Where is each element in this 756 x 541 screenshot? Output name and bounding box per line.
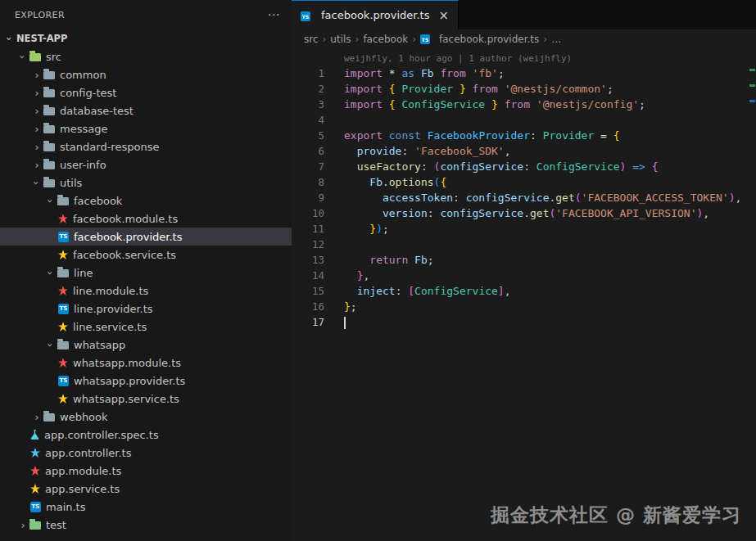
tree-item-whatsapp.service.ts[interactable]: whatsapp.service.ts	[0, 390, 292, 408]
line-number: 12	[292, 237, 324, 252]
breadcrumb: src›utils›facebook›TSfacebook.provider.t…	[292, 29, 756, 49]
code-line-4: 4	[292, 112, 756, 128]
tree-item-standard-response[interactable]: ›standard-response	[0, 138, 292, 156]
chevron-right-icon[interactable]: ›	[30, 124, 43, 134]
text-cursor	[344, 317, 346, 329]
nest-module-icon	[58, 358, 68, 367]
breadcrumb-label: …	[551, 34, 561, 45]
tree-item-label: app.controller.ts	[45, 447, 131, 459]
tree-item-line.service.ts[interactable]: line.service.ts	[0, 318, 292, 336]
breadcrumb-item-…[interactable]: …	[551, 34, 561, 45]
ts-icon: TS	[30, 502, 41, 512]
nest-service-icon	[58, 322, 68, 331]
breadcrumb-separator-icon: ›	[543, 34, 547, 45]
tree-item-app.service.ts[interactable]: app.service.ts	[0, 480, 292, 498]
tree-item-label: common	[60, 69, 106, 81]
code-editor[interactable]: weijhfly, 1 hour ago | 1 author (weijhfl…	[292, 49, 756, 541]
close-icon[interactable]: ×	[438, 8, 449, 23]
line-number: 10	[292, 205, 324, 221]
tree-item-label: facebook	[74, 195, 122, 207]
tree-item-line.provider.ts[interactable]: TSline.provider.ts	[0, 300, 292, 318]
tree-item-label: test	[46, 519, 66, 531]
tab-facebook-provider[interactable]: TS facebook.provider.ts ×	[292, 0, 459, 29]
tree-item-whatsapp[interactable]: ›whatsapp	[0, 336, 292, 354]
tree-item-facebook.module.ts[interactable]: facebook.module.ts	[0, 210, 292, 228]
tree-item-facebook.service.ts[interactable]: facebook.service.ts	[0, 246, 292, 264]
folder-icon	[43, 413, 55, 422]
tree-item-app.controller.spec.ts[interactable]: app.controller.spec.ts	[0, 426, 292, 444]
tree-item-webhook[interactable]: ›webhook	[0, 408, 292, 426]
tree-item-line.module.ts[interactable]: line.module.ts	[0, 282, 292, 300]
chevron-down-icon[interactable]: ›	[30, 178, 43, 188]
tab-bar: TS facebook.provider.ts ×	[292, 0, 756, 29]
chevron-right-icon[interactable]: ›	[30, 70, 43, 80]
chevron-right-icon[interactable]: ›	[30, 412, 43, 422]
tree-item-app.module.ts[interactable]: app.module.ts	[0, 462, 292, 480]
tree-item-src[interactable]: ›src	[0, 47, 292, 65]
tree-item-label: whatsapp.module.ts	[73, 357, 181, 369]
tree-item-label: user-info	[60, 159, 106, 171]
chevron-down-icon[interactable]: ›	[16, 52, 29, 62]
tree-item-test[interactable]: ›test	[0, 516, 292, 534]
code-text: },	[324, 268, 369, 283]
breadcrumb-label: facebook.provider.ts	[439, 34, 539, 45]
breadcrumb-item-facebook.provider.ts[interactable]: TSfacebook.provider.ts	[420, 34, 539, 45]
test-icon	[30, 430, 39, 440]
tree-item-label: facebook.service.ts	[73, 249, 176, 261]
code-text: import { Provider } from '@nestjs/common…	[324, 81, 613, 97]
code-line-9: 9 accessToken: configService.get('FACEBO…	[292, 190, 756, 205]
code-text: export const FacebookProvider: Provider …	[324, 128, 620, 143]
tree-item-whatsapp.provider.ts[interactable]: TSwhatsapp.provider.ts	[0, 372, 292, 390]
tree-item-label: webhook	[60, 411, 108, 423]
tree-item-config-test[interactable]: ›config-test	[0, 83, 292, 101]
breadcrumb-item-facebook[interactable]: facebook	[363, 34, 408, 45]
folder-icon	[43, 89, 55, 97]
line-number: 13	[292, 252, 324, 268]
folder-icon	[43, 179, 55, 187]
chevron-right-icon[interactable]: ›	[30, 160, 43, 170]
breadcrumb-item-src[interactable]: src	[304, 34, 319, 45]
code-line-5: 5export const FacebookProvider: Provider…	[292, 128, 756, 143]
tree-item-message[interactable]: ›message	[0, 119, 292, 138]
code-line-16: 16};	[292, 299, 756, 314]
tree-item-utils[interactable]: ›utils	[0, 174, 292, 192]
tree-item-label: app.module.ts	[45, 465, 121, 477]
folder-icon	[57, 269, 69, 277]
code-text	[324, 237, 344, 252]
tree-item-common[interactable]: ›common	[0, 65, 292, 83]
chevron-right-icon[interactable]: ›	[30, 88, 43, 98]
breadcrumb-item-utils[interactable]: utils	[330, 34, 351, 45]
chevron-right-icon[interactable]: ›	[30, 142, 43, 152]
chevron-down-icon: ›	[3, 34, 16, 44]
chevron-right-icon[interactable]: ›	[30, 106, 43, 116]
explorer-more-icon[interactable]: ⋯	[268, 11, 280, 19]
chevron-down-icon[interactable]: ›	[44, 196, 57, 206]
tree-item-facebook.provider.ts[interactable]: TSfacebook.provider.ts	[0, 228, 292, 246]
tree-item-whatsapp.module.ts[interactable]: whatsapp.module.ts	[0, 354, 292, 372]
tree-item-label: message	[60, 123, 107, 135]
code-text	[324, 314, 346, 330]
tree-item-label: database-test	[60, 105, 134, 117]
explorer-title: EXPLORER	[15, 10, 65, 20]
line-number: 4	[292, 112, 324, 128]
chevron-right-icon[interactable]: ›	[16, 520, 29, 530]
tree-item-label: line	[74, 267, 93, 279]
code-line-14: 14 },	[292, 268, 756, 283]
folder-icon	[43, 143, 55, 151]
editor-group: TS facebook.provider.ts × src›utils›face…	[292, 0, 756, 541]
tree-item-app.controller.ts[interactable]: app.controller.ts	[0, 444, 292, 462]
code-text: import { ConfigService } from '@nestjs/c…	[324, 97, 645, 112]
tree-root-nest-app[interactable]: › NEST-APP	[0, 29, 292, 47]
tree-item-database-test[interactable]: ›database-test	[0, 101, 292, 119]
nest-module-icon	[30, 466, 40, 476]
tree-item-user-info[interactable]: ›user-info	[0, 156, 292, 174]
tree-item-label: main.ts	[46, 501, 85, 513]
tree-item-facebook[interactable]: ›facebook	[0, 192, 292, 210]
code-text: version: configService.get('FACEBOOK_API…	[324, 205, 709, 221]
nest-controller-icon	[30, 448, 40, 458]
chevron-down-icon[interactable]: ›	[44, 268, 57, 278]
tree-item-main.ts[interactable]: TSmain.ts	[0, 498, 292, 516]
ts-icon: TS	[58, 304, 69, 314]
tree-item-line[interactable]: ›line	[0, 264, 292, 282]
chevron-down-icon[interactable]: ›	[44, 340, 57, 350]
